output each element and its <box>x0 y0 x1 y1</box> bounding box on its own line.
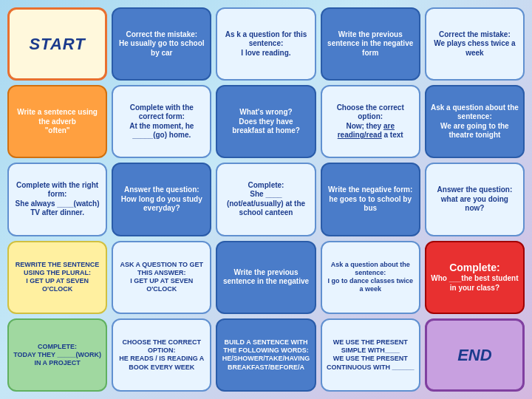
cell-r2c3[interactable]: What's wrong?Does they have breakfast at… <box>216 85 316 158</box>
cell-r4c3-text: Write the previous sentence in the negat… <box>222 268 310 287</box>
cell-r5c4-text: WE USE THE PRESENT SIMPLE WITH____WE USE… <box>327 338 415 372</box>
cell-r3c3-text: Complete:She ____(not/eat/usually) at th… <box>222 181 310 218</box>
cell-r2c2[interactable]: Complete with the correct form:At the mo… <box>112 85 211 158</box>
cell-r5c1-text: COMPLETE:TODAY THEY _____(WORK) IN A PRO… <box>13 343 101 368</box>
cell-r5c1[interactable]: COMPLETE:TODAY THEY _____(WORK) IN A PRO… <box>7 318 107 392</box>
cell-r2c4-text: Choose the correct option:Now; they are … <box>327 103 415 140</box>
cell-r4c5[interactable]: Complete:Who ___the best student in your… <box>425 241 525 314</box>
cell-r4c5-text: Complete:Who ___the best student in your… <box>431 262 519 293</box>
cell-r3c5-text: Answer the question: what are you doing … <box>431 185 519 214</box>
cell-r2c1-text: Write a sentence using the adverb"often" <box>13 108 101 136</box>
start-cell: START <box>7 7 107 81</box>
cell-r3c1-text: Complete with the right form:She always … <box>13 181 101 218</box>
cell-r4c2[interactable]: ASK A QUESTION TO GET THIS ANSWER:I GET … <box>112 241 211 314</box>
cell-r5c2[interactable]: CHOOSE THE CORRECT OPTION:HE READS / IS … <box>112 318 211 392</box>
cell-r3c1[interactable]: Complete with the right form:She always … <box>7 163 107 236</box>
cell-r3c4[interactable]: Write the negative form: he goes to to s… <box>321 163 420 236</box>
cell-r1c5-text: Correct the mistake:We plays chess twice… <box>431 30 519 58</box>
cell-r1c2[interactable]: Correct the mistake:He usually go tto sc… <box>112 7 211 81</box>
cell-r4c3[interactable]: Write the previous sentence in the negat… <box>216 241 316 314</box>
cell-r1c3-text: As k a question for this sentence:I love… <box>222 30 310 58</box>
start-label: START <box>29 34 85 55</box>
cell-r2c2-text: Complete with the correct form:At the mo… <box>117 103 205 140</box>
game-board: START Correct the mistake:He usually go … <box>0 0 532 399</box>
cell-r1c5[interactable]: Correct the mistake:We plays chess twice… <box>425 7 525 81</box>
cell-r5c4[interactable]: WE USE THE PRESENT SIMPLE WITH____WE USE… <box>321 318 420 392</box>
cell-r4c4-text: Ask a question about the sentence:I go t… <box>327 261 415 294</box>
cell-r3c5[interactable]: Answer the question: what are you doing … <box>425 163 525 236</box>
cell-r3c2-text: Answer the question:How long do you stud… <box>117 185 205 214</box>
cell-r5c2-text: CHOOSE THE CORRECT OPTION:HE READS / IS … <box>117 338 205 372</box>
cell-r3c4-text: Write the negative form: he goes to to s… <box>327 185 415 214</box>
end-cell: END <box>425 318 525 392</box>
cell-r2c5-text: Ask a question about the sentence:We are… <box>431 103 519 140</box>
cell-grid: START Correct the mistake:He usually go … <box>7 7 525 392</box>
cell-r4c1[interactable]: REWRITE THE SENTENCE USING THE PLURAL:I … <box>7 241 107 314</box>
end-label: END <box>457 345 491 366</box>
cell-r4c2-text: ASK A QUESTION TO GET THIS ANSWER:I GET … <box>117 261 205 294</box>
cell-r2c5[interactable]: Ask a question about the sentence:We are… <box>425 85 525 158</box>
cell-r1c3[interactable]: As k a question for this sentence:I love… <box>216 7 316 81</box>
cell-r4c1-text: REWRITE THE SENTENCE USING THE PLURAL:I … <box>13 261 101 294</box>
cell-r2c1[interactable]: Write a sentence using the adverb"often" <box>7 85 107 158</box>
cell-r4c4[interactable]: Ask a question about the sentence:I go t… <box>321 241 420 314</box>
cell-r5c3-text: BUILD A SENTENCE WITH THE FOLLOWING WORD… <box>222 338 310 372</box>
cell-r3c3[interactable]: Complete:She ____(not/eat/usually) at th… <box>216 163 316 236</box>
cell-r2c4[interactable]: Choose the correct option:Now; they are … <box>321 85 420 158</box>
cell-r1c2-text: Correct the mistake:He usually go tto sc… <box>117 30 205 58</box>
cell-r3c2[interactable]: Answer the question:How long do you stud… <box>112 163 211 236</box>
cell-r1c4[interactable]: Write the previous sentence in the negat… <box>321 7 420 81</box>
cell-r1c4-text: Write the previous sentence in the negat… <box>327 30 415 58</box>
cell-r5c3[interactable]: BUILD A SENTENCE WITH THE FOLLOWING WORD… <box>216 318 316 392</box>
cell-r2c3-text: What's wrong?Does they have breakfast at… <box>222 108 310 136</box>
